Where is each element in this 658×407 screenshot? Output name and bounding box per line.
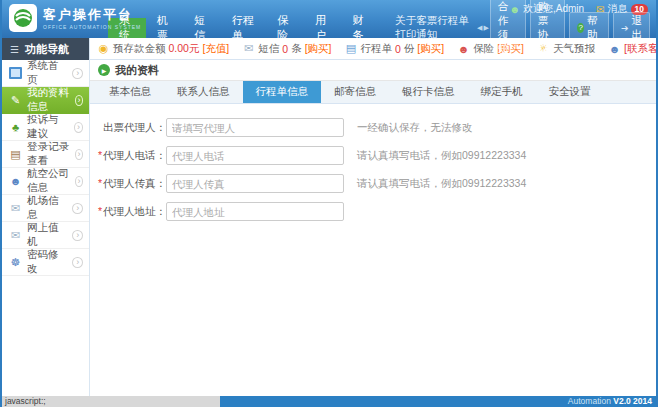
tab-bind-phone[interactable]: 绑定手机 xyxy=(468,81,536,103)
chevron-right-icon: › xyxy=(72,257,83,268)
sidebar-item-label: 网上值机 xyxy=(27,221,67,249)
sidebar-item-label: 投诉与建议 xyxy=(27,113,69,141)
sms-unit: 条 xyxy=(291,42,302,56)
profile-tabs: 基本信息 联系人信息 行程单信息 邮寄信息 银行卡信息 绑定手机 安全设置 xyxy=(90,81,656,104)
sidebar-item-home[interactable]: 系统首页 › xyxy=(2,60,89,87)
chevron-right-icon: › xyxy=(74,122,83,133)
chevron-right-icon: › xyxy=(75,176,83,187)
browser-status-text: javascript:; xyxy=(2,396,220,407)
agent-fax-label: *代理人传真： xyxy=(90,177,166,191)
envelope-icon xyxy=(9,202,22,215)
sidebar: ☰ 功能导航 系统首页 › 我的资料信息 › 投诉与建议 › 登录记录查看 xyxy=(2,38,90,396)
agent-address-label: *代理人地址： xyxy=(90,205,166,219)
pencil-icon xyxy=(9,94,22,107)
menu-icon: ☰ xyxy=(10,44,19,55)
sms-buy-link[interactable]: [购买] xyxy=(305,42,332,56)
agent-address-input[interactable] xyxy=(166,202,344,221)
sidebar-item-profile[interactable]: 我的资料信息 › xyxy=(2,87,89,114)
footer-brand: Automation xyxy=(568,396,611,406)
app-title: 客户操作平台 xyxy=(43,6,141,24)
nav-item-sms[interactable]: 短信 xyxy=(183,18,221,38)
users-icon xyxy=(9,175,22,188)
sidebar-item-airports[interactable]: 机场信息 › xyxy=(2,195,89,222)
required-mark: * xyxy=(98,177,102,189)
ticket-agreement-label: 购票协议 xyxy=(538,0,558,56)
sidebar-item-online-checkin[interactable]: 网上值机 › xyxy=(2,222,89,249)
sidebar-header: ☰ 功能导航 xyxy=(2,38,89,60)
logout-button[interactable]: ➔ 退出 xyxy=(613,12,650,44)
help-button[interactable]: ? 帮助 xyxy=(569,12,609,44)
logo: 客户操作平台 OFFICE AUTOMATION SYSTEM xyxy=(9,4,141,32)
tab-bank-card-info[interactable]: 银行卡信息 xyxy=(389,81,468,103)
sidebar-item-label: 机场信息 xyxy=(27,194,67,222)
itinerary-agent-form: 出票代理人： 一经确认保存，无法修改 *代理人电话： 请认真填写电话，例如099… xyxy=(90,104,656,396)
footer-version-number: V2.0 2014 xyxy=(613,396,652,406)
tab-mailing-info[interactable]: 邮寄信息 xyxy=(321,81,389,103)
sidebar-item-airlines[interactable]: 航空公司信息 › xyxy=(2,168,89,195)
notice-link[interactable]: 关于客票行程单打印通知 xyxy=(395,14,472,42)
agent-phone-label: *代理人电话： xyxy=(90,149,166,163)
sidebar-item-login-log[interactable]: 登录记录查看 › xyxy=(2,141,89,168)
sidebar-item-label: 航空公司信息 xyxy=(27,167,70,195)
monitor-icon xyxy=(9,67,22,80)
sidebar-item-label: 系统首页 xyxy=(27,59,67,87)
form-row-agent-name: 出票代理人： 一经确认保存，无法修改 xyxy=(90,118,656,137)
coop-notice-button[interactable]: 合作须知 xyxy=(490,0,526,58)
tree-icon xyxy=(9,121,22,134)
nav-item-itinerary[interactable]: 行程单 xyxy=(221,18,266,38)
agent-phone-input[interactable] xyxy=(166,146,344,165)
main-nav: 系统 机票 短信 行程单 保险 用户 财务 关于客票行程单打印通知 ◀▶ 合作须… xyxy=(108,18,656,38)
nav-item-tickets[interactable]: 机票 xyxy=(146,18,184,38)
app-window: 客户操作平台 OFFICE AUTOMATION SYSTEM ☻ 欢迎您,Ad… xyxy=(0,0,658,407)
sms-label: 短信 xyxy=(258,42,279,56)
sidebar-item-password[interactable]: 密码修改 › xyxy=(2,249,89,276)
sidebar-title: 功能导航 xyxy=(25,42,69,57)
chevron-right-icon: › xyxy=(72,68,83,79)
nav-item-users[interactable]: 用户 xyxy=(304,18,342,38)
logo-icon xyxy=(9,4,37,32)
nav-item-finance[interactable]: 财务 xyxy=(342,18,380,38)
coins-icon xyxy=(97,42,110,55)
sidebar-item-label: 登录记录查看 xyxy=(27,140,70,168)
chevron-right-icon: › xyxy=(75,95,83,106)
chevron-right-icon: › xyxy=(72,203,83,214)
deposit-label: 预存款金额 xyxy=(113,42,166,56)
nav-item-insurance[interactable]: 保险 xyxy=(266,18,304,38)
sms-item: 短信 0 条[购买] xyxy=(242,42,331,56)
sidebar-item-label: 我的资料信息 xyxy=(27,86,70,114)
agent-phone-note: 请认真填写电话，例如09912223334 xyxy=(357,149,526,163)
sidebar-item-label: 密码修改 xyxy=(27,248,67,276)
tab-security[interactable]: 安全设置 xyxy=(536,81,604,103)
ticket-agreement-button[interactable]: 购票协议 xyxy=(530,0,566,58)
required-mark: * xyxy=(98,205,102,217)
itinerary-item: 行程单 0 份[购买] xyxy=(344,42,444,56)
required-mark: * xyxy=(98,149,102,161)
header: 客户操作平台 OFFICE AUTOMATION SYSTEM ☻ 欢迎您,Ad… xyxy=(2,0,656,38)
panel-title: 我的资料 xyxy=(115,63,159,78)
itinerary-count: 0 xyxy=(395,43,401,55)
help-icon: ? xyxy=(577,23,584,33)
agent-name-label: 出票代理人： xyxy=(90,121,166,135)
itinerary-buy-link[interactable]: [购买] xyxy=(417,42,444,56)
recharge-link[interactable]: [充值] xyxy=(202,42,229,56)
ticket-icon xyxy=(344,42,357,55)
form-row-agent-address: *代理人地址： xyxy=(90,202,656,221)
agent-name-input[interactable] xyxy=(166,118,344,137)
envelope-icon xyxy=(9,229,22,242)
tab-itinerary-info[interactable]: 行程单信息 xyxy=(243,81,322,103)
app-subtitle: OFFICE AUTOMATION SYSTEM xyxy=(43,24,141,30)
panel-header: ▶ 我的资料 xyxy=(90,60,656,81)
agent-name-note: 一经确认保存，无法修改 xyxy=(357,121,473,135)
logout-icon: ➔ xyxy=(621,23,629,33)
itinerary-label: 行程单 xyxy=(360,42,392,56)
sidebar-item-feedback[interactable]: 投诉与建议 › xyxy=(2,114,89,141)
sms-count: 0 xyxy=(282,43,288,55)
itinerary-unit: 份 xyxy=(404,42,415,56)
tab-basic-info[interactable]: 基本信息 xyxy=(96,81,164,103)
tab-contact-info[interactable]: 联系人信息 xyxy=(164,81,243,103)
book-icon xyxy=(9,148,22,161)
form-row-agent-phone: *代理人电话： 请认真填写电话，例如09912223334 xyxy=(90,146,656,165)
agent-fax-input[interactable] xyxy=(166,174,344,193)
notice-pager-icons[interactable]: ◀▶ xyxy=(477,24,490,32)
gear-icon xyxy=(9,256,22,269)
